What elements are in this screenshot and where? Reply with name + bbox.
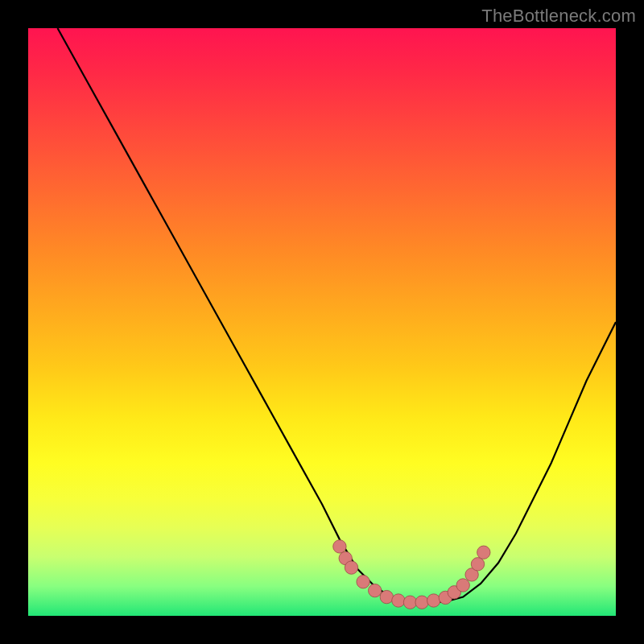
data-marker — [357, 576, 369, 588]
data-marker — [471, 558, 484, 571]
data-marker — [333, 540, 346, 553]
curve-path — [58, 28, 617, 603]
data-marker — [369, 584, 382, 597]
data-marker — [427, 594, 440, 607]
curve-layer — [28, 28, 616, 616]
plot-area — [28, 28, 616, 616]
chart-frame: TheBottleneck.com — [0, 0, 644, 644]
data-marker — [380, 590, 393, 603]
watermark-text: TheBottleneck.com — [481, 6, 636, 27]
data-marker — [392, 594, 405, 607]
data-marker — [415, 596, 428, 609]
marker-layer — [333, 540, 490, 609]
data-marker — [477, 546, 490, 559]
data-marker — [456, 579, 469, 592]
data-marker — [345, 561, 357, 574]
data-marker — [403, 596, 416, 609]
